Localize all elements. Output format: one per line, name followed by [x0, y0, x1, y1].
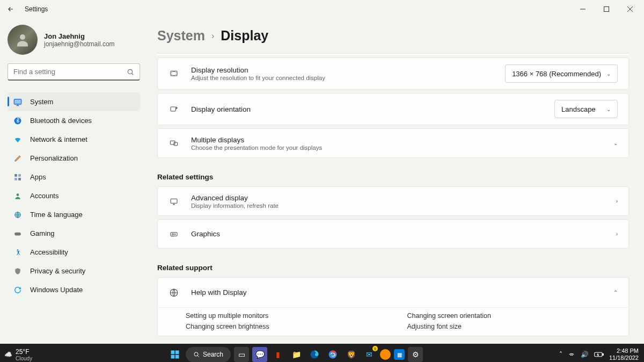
start-button[interactable] — [167, 347, 182, 362]
taskview-icon[interactable]: ▭ — [234, 347, 249, 362]
svg-rect-7 — [14, 178, 17, 180]
resolution-card[interactable]: Display resolution Adjust the resolution… — [157, 57, 629, 90]
taskbar-weather[interactable]: ☁️ 25°F Cloudy — [0, 348, 36, 361]
sidebar-item-apps[interactable]: Apps — [8, 168, 140, 186]
svg-point-12 — [17, 249, 18, 250]
taskbar-search[interactable]: Search — [186, 347, 231, 362]
close-button[interactable] — [618, 1, 642, 18]
profile-email: jonjaehnig@hotmail.com — [44, 40, 115, 48]
help-link[interactable]: Changing screen orientation — [407, 312, 629, 320]
chrome-icon[interactable] — [325, 347, 340, 362]
office-icon[interactable]: ▮ — [270, 347, 286, 362]
help-card: Help with Display ⌃ Setting up multiple … — [157, 277, 629, 336]
card-title: Display orientation — [191, 105, 543, 113]
svg-rect-24 — [171, 355, 175, 359]
sidebar-item-privacy[interactable]: Privacy & security — [8, 262, 140, 280]
sidebar-item-label: Time & language — [30, 211, 83, 219]
brave-icon[interactable]: 🦁 — [343, 347, 358, 362]
section-related-settings: Related settings — [157, 173, 629, 181]
help-link[interactable]: Setting up multiple monitors — [186, 312, 407, 320]
volume-tray-icon[interactable]: 🔊 — [581, 351, 589, 358]
advanced-display-card[interactable]: Advanced display Display information, re… — [157, 186, 629, 216]
sidebar-item-update[interactable]: Windows Update — [8, 280, 140, 299]
taskbar-clock[interactable]: 2:48 PM 11/18/2022 — [609, 347, 639, 361]
nav-list: System Bluetooth & devices Network & int… — [8, 92, 140, 299]
calculator-icon[interactable]: ▦ — [394, 349, 405, 360]
svg-point-9 — [17, 193, 19, 196]
tray-expand-icon[interactable]: ˄ — [559, 351, 562, 358]
teams-icon[interactable]: 💬 — [252, 347, 267, 362]
svg-rect-32 — [603, 354, 604, 356]
explorer-icon[interactable]: 📁 — [289, 347, 304, 362]
card-desc: Adjust the resolution to fit your connec… — [191, 75, 493, 81]
update-icon — [13, 285, 23, 295]
sidebar-item-accounts[interactable]: Accounts — [8, 186, 140, 205]
graphics-card[interactable]: Graphics › — [157, 219, 629, 249]
sidebar-item-network[interactable]: Network & internet — [8, 130, 140, 149]
sidebar-item-bluetooth[interactable]: Bluetooth & devices — [8, 111, 140, 130]
shield-icon — [13, 266, 23, 276]
globe-icon — [13, 210, 23, 220]
svg-rect-25 — [175, 355, 179, 359]
battery-tray-icon[interactable] — [594, 351, 604, 358]
minimize-button[interactable] — [571, 1, 595, 18]
svg-rect-8 — [18, 178, 21, 180]
sidebar-item-personalization[interactable]: Personalization — [8, 149, 140, 168]
chevron-down-icon: ⌄ — [613, 140, 618, 146]
search-input[interactable] — [13, 68, 127, 76]
settings-icon[interactable]: ⚙ — [408, 347, 423, 362]
edge-icon[interactable] — [307, 347, 322, 362]
sidebar-item-label: Network & internet — [30, 135, 87, 143]
breadcrumb-parent[interactable]: System — [157, 28, 205, 44]
help-header[interactable]: Help with Display ⌃ — [158, 278, 628, 307]
sidebar-item-time[interactable]: Time & language — [8, 205, 140, 224]
multiple-displays-icon — [169, 139, 179, 148]
sidebar-item-accessibility[interactable]: Accessibility — [8, 243, 140, 262]
orientation-select[interactable]: Landscape ⌄ — [554, 100, 618, 118]
maximize-button[interactable] — [595, 1, 618, 18]
bluetooth-icon — [13, 116, 23, 126]
breadcrumb: System › Display — [157, 28, 629, 44]
search-box[interactable] — [8, 63, 140, 81]
svg-point-26 — [194, 352, 198, 356]
mail-icon[interactable]: ✉9 — [362, 347, 377, 362]
sidebar-item-label: Accessibility — [30, 248, 68, 256]
svg-rect-6 — [18, 174, 21, 177]
wifi-icon — [13, 135, 23, 144]
select-value: Landscape — [561, 105, 596, 113]
apps-icon — [13, 172, 23, 182]
main-content: System › Display Display resolution Adju… — [148, 18, 644, 344]
app-icon-1[interactable] — [380, 349, 391, 360]
sidebar-item-label: Bluetooth & devices — [30, 117, 92, 125]
orientation-card[interactable]: Display orientation Landscape ⌄ — [157, 93, 629, 125]
help-links: Setting up multiple monitors Changing sc… — [158, 307, 628, 336]
svg-rect-0 — [604, 7, 609, 12]
sidebar-item-label: Privacy & security — [30, 267, 85, 275]
monitor-icon — [169, 197, 179, 206]
sidebar-item-system[interactable]: System — [8, 92, 140, 111]
multiple-displays-card[interactable]: Multiple displays Choose the presentatio… — [157, 128, 629, 158]
sidebar-item-label: Accounts — [30, 192, 58, 200]
chevron-right-icon: › — [616, 198, 618, 204]
sidebar-item-gaming[interactable]: Gaming — [8, 224, 140, 243]
taskbar-center: Search ▭ 💬 ▮ 📁 🦁 ✉9 ▦ ⚙ — [36, 347, 554, 362]
help-link[interactable]: Changing screen brightness — [186, 323, 407, 330]
clock-date: 11/18/2022 — [609, 354, 639, 361]
orientation-icon — [169, 105, 179, 113]
card-title: Advanced display — [191, 194, 604, 202]
svg-rect-23 — [175, 351, 179, 354]
taskbar[interactable]: ☁️ 25°F Cloudy Search ▭ 💬 ▮ 📁 🦁 ✉9 ▦ ⚙ ˄ — [0, 344, 644, 362]
gamepad-icon — [13, 229, 23, 238]
back-button[interactable] — [2, 1, 19, 18]
taskbar-tray[interactable]: ˄ 🔊 2:48 PM 11/18/2022 — [554, 347, 644, 361]
help-link[interactable]: Adjusting font size — [407, 323, 629, 330]
profile-block[interactable]: Jon Jaehnig jonjaehnig@hotmail.com — [8, 25, 140, 55]
svg-rect-22 — [171, 351, 175, 354]
resolution-select[interactable]: 1366 × 768 (Recommended) ⌄ — [505, 64, 618, 83]
breadcrumb-current: Display — [221, 28, 268, 44]
help-globe-icon — [169, 288, 179, 298]
weather-cond: Cloudy — [16, 356, 32, 361]
wifi-tray-icon[interactable] — [568, 351, 575, 358]
chevron-down-icon: ⌄ — [606, 106, 611, 112]
system-icon — [13, 97, 23, 107]
